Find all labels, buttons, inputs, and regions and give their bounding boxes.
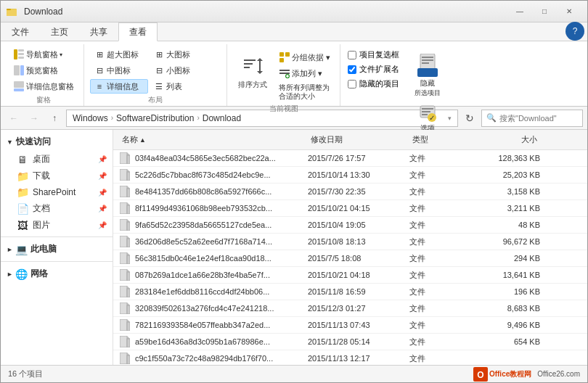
status-right: O Office教程网 Office26.com: [473, 367, 580, 382]
file-date-cell: 2015/7/5 18:08: [308, 254, 409, 263]
file-type-cell: 文件: [409, 320, 467, 331]
network-header[interactable]: ► 🌐 网络: [1, 265, 113, 283]
sidebar-item-pictures[interactable]: 🖼 图片 📌: [1, 217, 113, 234]
sharepoint-pin: 📌: [98, 189, 107, 197]
table-row[interactable]: 9fa65d52c23958da56655127cde5ea... 2015/1…: [113, 217, 587, 234]
sort-btn-label: 排序方式: [238, 80, 267, 90]
title-bar-icons: [7, 6, 18, 17]
table-row[interactable]: 03f4a48ea034c5865e3ec5682bec22a... 2015/…: [113, 150, 587, 167]
item-count: 16 个项目: [8, 368, 43, 379]
group-by-btn[interactable]: 分组依据 ▾: [275, 50, 334, 65]
svg-rect-8: [20, 65, 24, 75]
table-row[interactable]: 56c3815db0c46e1e24ef18caa90d18... 2015/7…: [113, 250, 587, 267]
item-checkbox-label[interactable]: 项目复选框: [346, 49, 401, 61]
office-logo-container: O Office教程网: [473, 367, 531, 382]
path-software-dist[interactable]: SoftwareDistribution: [116, 113, 194, 123]
medium-icon-btn[interactable]: ⊟ 中图标: [90, 63, 148, 78]
file-icon: [119, 286, 131, 297]
hide-btn[interactable]: 隐藏 所选项目: [409, 50, 446, 101]
office-text: Office教程网: [489, 369, 531, 379]
table-row[interactable]: 087b269a1dce1a66e28b3fe4ba5e7f... 2015/1…: [113, 267, 587, 284]
list-view-btn[interactable]: ☰ 列表: [150, 79, 193, 94]
hidden-items-label[interactable]: 隐藏的项目: [346, 78, 401, 90]
sidebar-sep-2: [1, 261, 113, 262]
network-chevron: ►: [7, 271, 13, 278]
up-button[interactable]: ↑: [46, 110, 63, 127]
table-row[interactable]: c9c1f550a73c72c48a98294db176f70... 2015/…: [113, 350, 587, 365]
sort-large-btn[interactable]: 排序方式: [233, 47, 272, 98]
svg-rect-27: [422, 59, 433, 61]
table-row[interactable]: 5c226d5c7bbac8f673c485d24ebc9e... 2015/1…: [113, 167, 587, 184]
help-button[interactable]: ?: [565, 22, 584, 41]
this-pc-header[interactable]: ► 💻 此电脑: [1, 240, 113, 258]
file-type-cell: 文件: [409, 203, 467, 214]
file-date-cell: 2015/11/8 16:59: [308, 287, 409, 296]
sidebar-item-downloads[interactable]: 📁 下载 📌: [1, 168, 113, 184]
maximize-button[interactable]: □: [532, 2, 557, 21]
tab-file[interactable]: 文件: [1, 22, 40, 41]
details-pane-icon: [13, 81, 25, 92]
size-column-header[interactable]: 大小: [467, 133, 540, 147]
file-ext-input[interactable]: [348, 65, 356, 74]
show-hide-content: 项目复选框 文件扩展名 隐藏的项目: [346, 44, 480, 136]
window-controls: — □ ✕: [507, 2, 581, 21]
hidden-items-input[interactable]: [348, 80, 356, 88]
checkboxes-col: 项目复选框 文件扩展名 隐藏的项目: [346, 47, 401, 90]
file-size-cell: 8,683 KB: [467, 304, 540, 313]
close-button[interactable]: ✕: [557, 2, 581, 21]
svg-rect-19: [279, 58, 284, 62]
current-view-label: 当前视图: [233, 102, 334, 115]
tab-home[interactable]: 主页: [40, 22, 79, 41]
show-hide-group: 项目复选框 文件扩展名 隐藏的项目: [340, 44, 486, 106]
file-type-cell: 文件: [409, 270, 467, 281]
search-input[interactable]: [499, 114, 578, 123]
fit-columns-btn[interactable]: 将所有列调整为合适的大小: [275, 82, 333, 102]
forward-button[interactable]: →: [25, 110, 43, 127]
sidebar-item-desktop[interactable]: 🖥 桌面 📌: [1, 151, 113, 168]
sort-icon: [241, 55, 264, 78]
details-view-btn[interactable]: ≡ 详细信息: [90, 79, 148, 94]
tab-share[interactable]: 共享: [79, 22, 118, 41]
file-ext-label[interactable]: 文件扩展名: [346, 63, 401, 75]
quick-access-header[interactable]: ▼ 快速访问: [1, 133, 113, 151]
table-row[interactable]: 320839f502613a276fcd4c47e241218... 2015/…: [113, 300, 587, 317]
small-icon-btn[interactable]: ⊟ 小图标: [150, 63, 194, 78]
file-type-cell: 文件: [409, 253, 467, 264]
date-column-header[interactable]: 修改日期: [308, 133, 409, 147]
extra-large-btn[interactable]: ⊞ 超大图标: [90, 47, 148, 62]
details-pane-btn[interactable]: 详细信息窗格: [9, 79, 78, 94]
table-row[interactable]: 36d206d8e5c52a62ee6d7f7168a714... 2015/1…: [113, 234, 587, 250]
add-column-btn[interactable]: 添加列 ▾: [275, 66, 334, 81]
type-column-header[interactable]: 类型: [409, 133, 467, 147]
file-size-cell: 654 KB: [467, 337, 540, 346]
nav-pane-label: 导航窗格: [26, 49, 58, 60]
svg-marker-49: [127, 219, 130, 222]
search-icon: 🔍: [486, 113, 497, 123]
nav-pane-btn[interactable]: 导航窗格 ▾: [9, 47, 66, 62]
back-button[interactable]: ←: [5, 110, 23, 127]
preview-pane-btn[interactable]: 预览窗格: [9, 63, 62, 78]
table-row[interactable]: 8f11499d49361068b98eeb793532cb... 2015/1…: [113, 200, 587, 217]
name-column-header[interactable]: 名称 ▲: [119, 133, 308, 147]
item-checkbox-input[interactable]: [348, 51, 356, 59]
date-col-label: 修改日期: [311, 134, 343, 145]
file-name-cell: c9c1f550a73c72c48a98294db176f70...: [119, 353, 308, 364]
svg-marker-43: [127, 186, 130, 189]
svg-rect-72: [120, 353, 127, 364]
minimize-button[interactable]: —: [507, 2, 532, 21]
file-icon: [119, 152, 131, 164]
svg-rect-32: [422, 111, 430, 112]
tab-view[interactable]: 查看: [118, 22, 158, 41]
table-row[interactable]: a59be16d436a8d3c095b1a678986e... 2015/11…: [113, 334, 587, 350]
hide-icon: [416, 54, 439, 77]
sidebar-item-sharepoint[interactable]: 📁 SharePoint 📌: [1, 184, 113, 200]
sidebar-item-documents[interactable]: 📄 文档 📌: [1, 200, 113, 217]
table-row[interactable]: 7821169393584e057ffeabb347a2ed... 2015/1…: [113, 317, 587, 334]
table-row[interactable]: 283184e1ef6ddb8116ccd4df24bb06... 2015/1…: [113, 284, 587, 300]
svg-rect-41: [127, 172, 130, 181]
path-windows[interactable]: Windows: [73, 113, 108, 123]
file-icon: [119, 319, 131, 331]
large-icon-btn[interactable]: ⊞ 大图标: [150, 47, 194, 62]
downloads-label: 下载: [33, 170, 50, 182]
table-row[interactable]: 8e4841357dd66b808c86a5927f666c... 2015/7…: [113, 184, 587, 200]
